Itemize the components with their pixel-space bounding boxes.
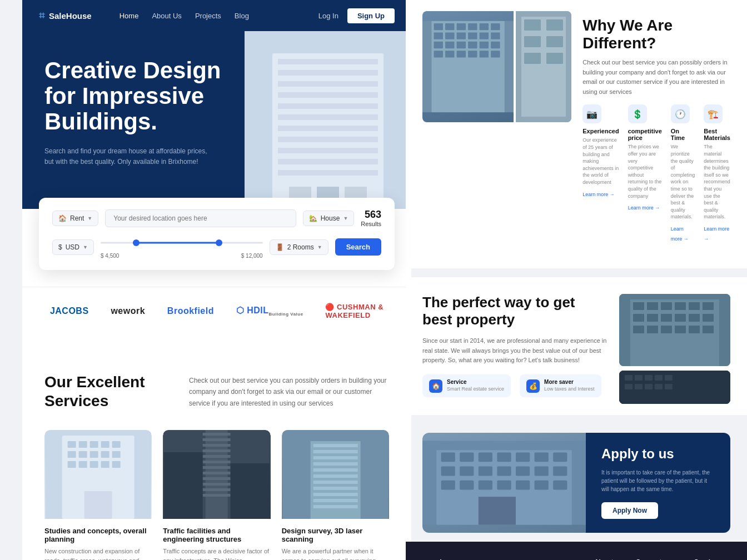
brand-name: SaleHouse xyxy=(49,11,92,21)
feature-1-desc: Our experience of 25 years of building a… xyxy=(582,137,619,186)
feature-price: 💲 competitive price The prices we offer … xyxy=(628,104,662,243)
svg-rect-4 xyxy=(278,81,378,87)
range-thumb-right[interactable] xyxy=(216,239,222,246)
rent-label: Rent xyxy=(70,214,84,222)
svg-rect-7 xyxy=(278,114,378,120)
service-image-2 xyxy=(163,430,270,519)
range-thumb-left[interactable] xyxy=(133,239,140,246)
svg-rect-150 xyxy=(535,481,549,490)
partner-jacobs: JACOBS xyxy=(50,306,89,316)
apply-title: Apply to us xyxy=(601,446,715,462)
feature-2-learn[interactable]: Learn more → xyxy=(628,205,660,211)
nav-projects[interactable]: Projects xyxy=(195,12,221,20)
apply-now-button[interactable]: Apply Now xyxy=(601,502,658,519)
property-type-select[interactable]: 🏡 House ▼ xyxy=(303,211,355,226)
svg-rect-104 xyxy=(703,302,714,310)
svg-rect-86 xyxy=(468,51,477,57)
results-number: 563 xyxy=(361,209,381,221)
price-range-slider[interactable] xyxy=(101,235,263,251)
service-card-2-desc: Traffic concepts are a decisive factor o… xyxy=(163,547,270,560)
svg-rect-83 xyxy=(434,51,443,57)
services-cards: Studies and concepts, overall planning N… xyxy=(44,430,389,560)
nav-blog[interactable]: Blog xyxy=(235,12,249,20)
svg-rect-100 xyxy=(647,302,658,310)
service-card-1: Studies and concepts, overall planning N… xyxy=(44,430,152,560)
svg-rect-94 xyxy=(546,36,563,47)
service-badge-1: 🏠 Service Smart Real estate service xyxy=(422,374,511,397)
nav-about[interactable]: About Us xyxy=(152,12,181,20)
chevron-down-icon-4: ▼ xyxy=(317,244,322,250)
svg-rect-59 xyxy=(313,487,357,490)
svg-rect-108 xyxy=(675,314,686,322)
svg-rect-122 xyxy=(655,375,663,381)
svg-rect-99 xyxy=(633,302,644,310)
svg-rect-137 xyxy=(553,452,567,462)
svg-rect-141 xyxy=(497,467,511,476)
property-image-secondary: Brings you the best value out of our bes… xyxy=(619,371,730,404)
search-row-2: $ USD ▼ $ 4,500 $ 12,000 xyxy=(52,235,381,259)
svg-rect-31 xyxy=(101,461,109,468)
svg-rect-146 xyxy=(460,481,474,490)
svg-rect-136 xyxy=(535,452,549,462)
feature-ontime: 🕐 On Time We prioritize the quality of c… xyxy=(671,104,695,243)
svg-rect-58 xyxy=(313,481,357,484)
rooms-select[interactable]: 🚪 2 Rooms ▼ xyxy=(270,239,328,255)
feature-3-desc: We prioritize the quality of completing … xyxy=(671,143,695,221)
services-title: Our Excellent Services xyxy=(44,373,167,410)
svg-rect-112 xyxy=(647,326,658,333)
location-input[interactable] xyxy=(105,209,296,227)
feature-1-title: Experienced xyxy=(582,128,619,134)
services-description: Check out our best service you can possi… xyxy=(189,375,389,410)
feature-4-title: Best Materials xyxy=(704,128,730,141)
svg-rect-147 xyxy=(479,481,492,490)
svg-rect-66 xyxy=(445,23,454,30)
building-illustration-1 xyxy=(44,430,152,519)
services-header: Our Excellent Services Check out our bes… xyxy=(44,373,389,410)
svg-rect-132 xyxy=(460,452,474,462)
chevron-down-icon-2: ▼ xyxy=(343,216,348,221)
apply-building-svg xyxy=(422,433,586,533)
svg-rect-126 xyxy=(645,384,653,389)
svg-rect-109 xyxy=(689,314,700,322)
svg-rect-85 xyxy=(457,51,466,57)
partner-wework: wework xyxy=(111,306,145,316)
right-panel: Why We Are Different? Check out our best… xyxy=(406,0,747,560)
price-icon: 💲 xyxy=(628,104,647,123)
feature-4-learn[interactable]: Learn more → xyxy=(704,226,729,242)
svg-rect-131 xyxy=(441,452,455,462)
svg-rect-115 xyxy=(689,326,700,333)
svg-rect-69 xyxy=(480,23,489,30)
svg-rect-105 xyxy=(633,314,644,322)
search-box: 🏠 Rent ▼ 🏡 House ▼ 563 Results $ xyxy=(39,198,395,270)
service-card-1-info: Studies and concepts, overall planning N… xyxy=(44,519,152,560)
svg-rect-30 xyxy=(90,461,98,468)
why-different-layout: Why We Are Different? Check out our best… xyxy=(422,11,730,257)
svg-rect-26 xyxy=(101,451,109,458)
logo[interactable]: ⌗ SaleHouse xyxy=(39,10,92,22)
feature-3-learn[interactable]: Learn more → xyxy=(671,226,689,242)
apply-description: It is important to take care of the pati… xyxy=(601,468,715,493)
login-button[interactable]: Log In xyxy=(318,12,338,20)
top-right-images xyxy=(422,11,571,122)
rooms-label: 2 Rooms xyxy=(287,243,314,251)
svg-rect-88 xyxy=(491,51,500,57)
currency-select[interactable]: $ USD ▼ xyxy=(52,239,94,255)
svg-rect-91 xyxy=(524,19,541,31)
nav-home[interactable]: Home xyxy=(119,12,139,20)
service-card-2: Traffic facilities and engineering struc… xyxy=(163,430,270,560)
svg-rect-43 xyxy=(203,472,231,474)
rent-type-select[interactable]: 🏠 Rent ▼ xyxy=(52,211,98,226)
dollar-icon: $ xyxy=(58,243,62,251)
svg-rect-49 xyxy=(231,463,270,519)
signup-button[interactable]: Sign Up xyxy=(347,8,395,23)
feature-1-learn[interactable]: Learn more → xyxy=(582,192,615,197)
svg-rect-75 xyxy=(480,32,489,39)
range-labels: $ 4,500 $ 12,000 xyxy=(101,253,263,259)
svg-rect-111 xyxy=(633,326,644,333)
search-button[interactable]: Search xyxy=(335,238,381,256)
svg-rect-8 xyxy=(278,126,378,131)
svg-rect-23 xyxy=(68,451,76,458)
feature-materials: 🏗️ Best Materials The material determine… xyxy=(704,104,730,243)
svg-rect-148 xyxy=(497,481,511,490)
footer: ⌗ SaleHouse and find your dream house at… xyxy=(406,542,747,560)
